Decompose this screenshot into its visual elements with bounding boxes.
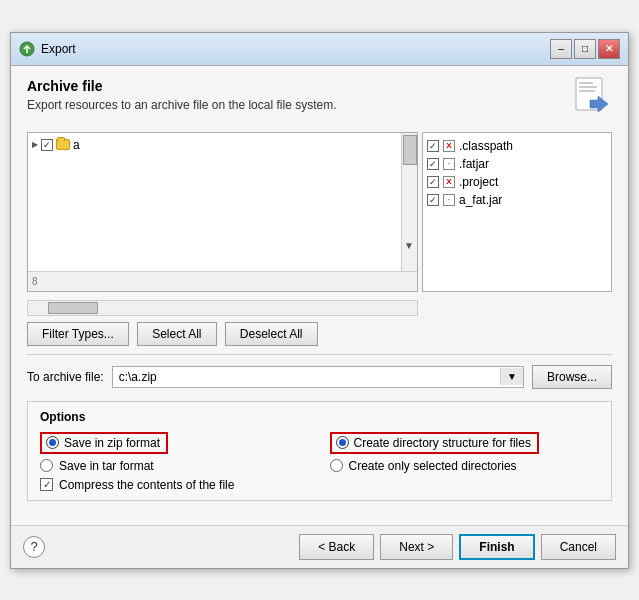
radio-zip[interactable]: [46, 436, 59, 449]
compress-checkbox-row[interactable]: Compress the contents of the file: [40, 478, 310, 492]
x-icon-project: X: [443, 176, 455, 188]
options-section: Options Save in zip format: [27, 401, 612, 501]
next-button[interactable]: Next >: [380, 534, 453, 560]
checkbox-afatjar[interactable]: [427, 194, 439, 206]
file-label-afatjar: a_fat.jar: [459, 193, 502, 207]
tree-item-a[interactable]: ▶ a: [32, 137, 397, 153]
radio-zip-inner: [49, 439, 56, 446]
help-button[interactable]: ?: [23, 536, 45, 558]
archive-file-row: To archive file: ▼ Browse...: [27, 365, 612, 389]
radio-tar[interactable]: [40, 459, 53, 472]
x-icon-classpath: X: [443, 140, 455, 152]
left-panel-status: 8: [28, 271, 417, 291]
svg-rect-4: [579, 86, 597, 88]
export-large-icon: [570, 74, 612, 116]
tree-arrow: ▶: [32, 140, 38, 149]
checkbox-fatjar[interactable]: [427, 158, 439, 170]
svg-rect-3: [579, 82, 593, 84]
header-section: Archive file Export resources to an arch…: [27, 78, 336, 122]
bottom-bar: ? < Back Next > Finish Cancel: [11, 525, 628, 568]
radio-zip-label: Save in zip format: [64, 436, 160, 450]
tree-label-a: a: [73, 138, 80, 152]
title-bar: Export – □ ✕: [11, 33, 628, 66]
file-item-project[interactable]: X .project: [427, 173, 607, 191]
checkbox-project[interactable]: [427, 176, 439, 188]
minimize-button[interactable]: –: [550, 39, 572, 59]
dot-icon-fatjar: ·: [443, 158, 455, 170]
filter-types-button[interactable]: Filter Types...: [27, 322, 129, 346]
radio-zip-row: Save in zip format: [40, 432, 310, 454]
select-all-button[interactable]: Select All: [137, 322, 217, 346]
maximize-button[interactable]: □: [574, 39, 596, 59]
horizontal-scrollbar[interactable]: [27, 300, 418, 316]
dot-icon-afatjar: ·: [443, 194, 455, 206]
section-title: Archive file: [27, 78, 336, 94]
scroll-down-arrow[interactable]: ▼: [404, 240, 414, 251]
options-columns: Save in zip format Save in tar format Co…: [40, 432, 599, 492]
file-item-afatjar[interactable]: · a_fat.jar: [427, 191, 607, 209]
radio-dir-struct-inner: [339, 439, 346, 446]
back-button[interactable]: < Back: [299, 534, 374, 560]
left-file-panel[interactable]: ▶ a ▼ 8: [27, 132, 418, 292]
close-button[interactable]: ✕: [598, 39, 620, 59]
file-label-fatjar: .fatjar: [459, 157, 489, 171]
svg-rect-5: [579, 90, 595, 92]
checkbox-classpath[interactable]: [427, 140, 439, 152]
tree-content: ▶ a: [28, 133, 417, 157]
options-right-col: Create directory structure for files Cre…: [330, 432, 600, 492]
dialog-icon: [19, 41, 35, 57]
file-label-project: .project: [459, 175, 498, 189]
options-title: Options: [40, 410, 599, 424]
action-buttons-row: Filter Types... Select All Deselect All: [27, 322, 612, 355]
file-panels: ▶ a ▼ 8 X: [27, 132, 612, 292]
compress-label: Compress the contents of the file: [59, 478, 234, 492]
archive-file-input[interactable]: [113, 367, 500, 387]
dropdown-arrow-icon[interactable]: ▼: [500, 368, 523, 385]
folder-icon-a: [56, 139, 70, 150]
title-bar-buttons: – □ ✕: [550, 39, 620, 59]
compress-checkbox[interactable]: [40, 478, 53, 491]
radio-tar-label: Save in tar format: [59, 459, 154, 473]
horizontal-scrollbar-area[interactable]: [27, 300, 418, 316]
radio-dir-struct-label: Create directory structure for files: [354, 436, 531, 450]
finish-button[interactable]: Finish: [459, 534, 534, 560]
title-bar-left: Export: [19, 41, 76, 57]
cancel-button[interactable]: Cancel: [541, 534, 616, 560]
radio-selected-dirs-row[interactable]: Create only selected directories: [330, 459, 600, 473]
vertical-scrollbar[interactable]: ▼: [401, 133, 417, 291]
dialog-title: Export: [41, 42, 76, 56]
browse-button[interactable]: Browse...: [532, 365, 612, 389]
archive-input-wrapper[interactable]: ▼: [112, 366, 524, 388]
archive-file-label: To archive file:: [27, 370, 104, 384]
radio-selected-dirs-label: Create only selected directories: [349, 459, 517, 473]
right-file-panel[interactable]: X .classpath · .fatjar X .project · a_fa…: [422, 132, 612, 292]
radio-dir-struct-row: Create directory structure for files: [330, 432, 600, 454]
radio-dir-struct[interactable]: [336, 436, 349, 449]
h-scroll-thumb[interactable]: [48, 302, 98, 314]
bottom-nav-buttons: < Back Next > Finish Cancel: [299, 534, 616, 560]
dialog-content: Archive file Export resources to an arch…: [11, 66, 628, 525]
options-left-col: Save in zip format Save in tar format Co…: [40, 432, 310, 492]
file-item-fatjar[interactable]: · .fatjar: [427, 155, 607, 173]
radio-tar-row[interactable]: Save in tar format: [40, 459, 310, 473]
tree-checkbox-a[interactable]: [41, 139, 53, 151]
file-item-classpath[interactable]: X .classpath: [427, 137, 607, 155]
section-desc: Export resources to an archive file on t…: [27, 98, 336, 112]
deselect-all-button[interactable]: Deselect All: [225, 322, 318, 346]
file-label-classpath: .classpath: [459, 139, 513, 153]
radio-selected-dirs[interactable]: [330, 459, 343, 472]
export-dialog: Export – □ ✕ Archive file Export resourc…: [10, 32, 629, 569]
